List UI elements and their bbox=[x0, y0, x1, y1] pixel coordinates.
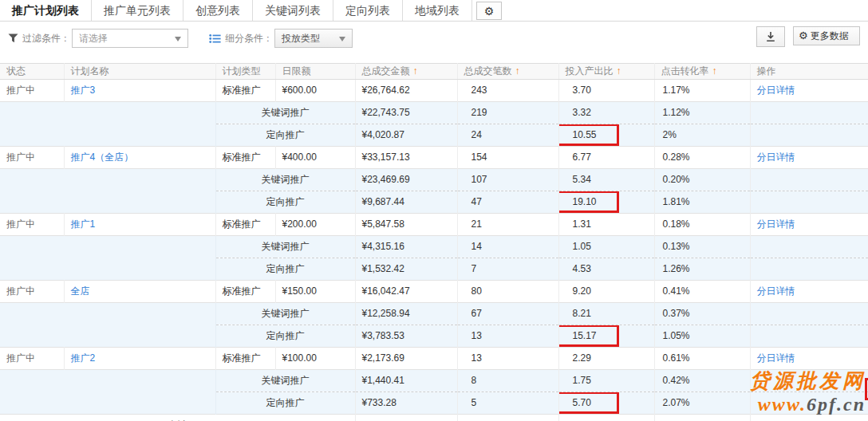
sub-row-spacer bbox=[0, 169, 215, 214]
tab-creative-list[interactable]: 创意列表 bbox=[183, 0, 253, 21]
sub-type-cell: 定向推广 bbox=[215, 258, 355, 281]
column-header-label: 点击转化率 bbox=[661, 65, 709, 77]
cvr-cell: 0.47% bbox=[654, 415, 750, 421]
segment-select-value: 投放类型 bbox=[282, 32, 320, 45]
cvr-cell: 0.41% bbox=[654, 281, 750, 303]
column-header-label: 投入产出比 bbox=[566, 65, 614, 77]
orders-cell: 13 bbox=[457, 348, 558, 370]
chevron-down-icon bbox=[339, 37, 345, 45]
plan-type-cell: 标准推广 bbox=[215, 348, 275, 370]
filter-select[interactable]: 请选择 bbox=[72, 29, 188, 48]
cvr-cell: 0.20% bbox=[654, 169, 750, 191]
cvr-cell: 0.28% bbox=[654, 147, 750, 169]
roi-cell-highlighted: 19.10 bbox=[558, 191, 654, 214]
roi-cell: 5.34 bbox=[558, 169, 654, 191]
amount-cell: ¥4,315.16 bbox=[355, 236, 457, 258]
sub-type-cell: 关键词推广 bbox=[215, 303, 355, 325]
campaign-row: 推广中推广2标准推广¥100.00¥2,173.69132.290.61%分日详… bbox=[0, 348, 868, 370]
action-cell: 分日详情 bbox=[750, 214, 868, 236]
orders-cell: 67 bbox=[457, 303, 558, 325]
campaign-row: 推广中推广1标准推广¥200.00¥5,847.58211.310.18%分日详… bbox=[0, 214, 868, 236]
list-icon bbox=[209, 33, 221, 44]
tab-region-list[interactable]: 地域列表 bbox=[403, 0, 472, 21]
plan-type-cell: 标准推广 bbox=[215, 147, 275, 169]
cvr-cell: 1.26% bbox=[654, 258, 750, 281]
action-cell: 分日详情 bbox=[750, 281, 868, 303]
download-button[interactable] bbox=[756, 26, 785, 47]
filter-select-value: 请选择 bbox=[79, 32, 108, 45]
action-cell bbox=[750, 325, 868, 348]
column-header-label: 总成交笔数 bbox=[464, 65, 512, 77]
amount-cell: ¥22,743.75 bbox=[355, 102, 457, 124]
column-header-label: 操作 bbox=[757, 65, 776, 77]
gear-icon: ⚙ bbox=[799, 30, 808, 41]
daily-detail-link[interactable]: 分日详情 bbox=[757, 85, 795, 96]
daily-detail-link[interactable]: 分日详情 bbox=[757, 218, 795, 230]
segment-label: 细分条件： bbox=[225, 32, 273, 45]
sub-row: 关键词推广¥1,440.4181.750.42% bbox=[0, 370, 868, 392]
settings-gear-button[interactable]: ⚙ bbox=[476, 2, 502, 20]
column-header[interactable]: 总成交笔数↑ bbox=[457, 64, 558, 80]
tab-unit-list[interactable]: 推广单元列表 bbox=[92, 0, 183, 21]
roi-cell: 1.31 bbox=[558, 214, 654, 236]
daily-detail-link[interactable]: 分日详情 bbox=[757, 151, 795, 163]
amount-cell: ¥16,042.47 bbox=[355, 281, 457, 303]
sort-ascending-icon[interactable]: ↑ bbox=[413, 65, 418, 77]
segment-select[interactable]: 投放类型 bbox=[274, 29, 353, 48]
cvr-cell: 0.61% bbox=[654, 348, 750, 370]
campaign-link[interactable]: 推广1 bbox=[71, 218, 96, 230]
campaign-table: 状态计划名称计划类型日限额总成交金额↑总成交笔数↑投入产出比↑点击转化率↑操作 … bbox=[0, 63, 868, 421]
campaign-link[interactable]: 推广4（全店） bbox=[71, 151, 134, 163]
total-label-cell: （合计） bbox=[0, 415, 355, 421]
campaign-link[interactable]: 全店 bbox=[71, 285, 90, 297]
tab-plan-list[interactable]: 推广计划列表 bbox=[0, 0, 92, 21]
orders-cell: 154 bbox=[457, 147, 558, 169]
tab-bar: 推广计划列表推广单元列表创意列表关键词列表定向列表地域列表 ⚙ bbox=[0, 0, 868, 22]
campaign-name-cell: 全店 bbox=[64, 281, 215, 303]
column-header-label: 日限额 bbox=[282, 65, 311, 77]
column-header[interactable]: 点击转化率↑ bbox=[654, 64, 750, 80]
sort-ascending-icon[interactable]: ↑ bbox=[712, 65, 717, 77]
campaign-link[interactable]: 推广2 bbox=[71, 352, 96, 364]
roi-cell-highlighted: 10.55 bbox=[558, 124, 654, 147]
column-header-label: 计划类型 bbox=[223, 65, 261, 77]
tab-targeting-list[interactable]: 定向列表 bbox=[333, 0, 403, 21]
column-header-label: 总成交金额 bbox=[362, 65, 410, 77]
cvr-cell: 2.07% bbox=[654, 392, 750, 415]
status-cell: 推广中 bbox=[0, 80, 64, 102]
amount-cell: ¥12,258.94 bbox=[355, 303, 457, 325]
download-icon bbox=[765, 31, 776, 42]
more-data-button[interactable]: ⚙更多数据 bbox=[793, 26, 860, 45]
column-header[interactable]: 总成交金额↑ bbox=[355, 64, 457, 80]
daily-detail-link[interactable]: 分日详情 bbox=[757, 285, 795, 297]
status-cell: 推广中 bbox=[0, 348, 64, 370]
sub-type-cell: 定向推广 bbox=[215, 392, 355, 415]
action-cell: 分日详情 bbox=[750, 147, 868, 169]
campaign-link[interactable]: 推广3 bbox=[71, 85, 96, 96]
orders-cell: 243 bbox=[457, 80, 558, 102]
daily-detail-link[interactable]: 分日详情 bbox=[757, 352, 795, 364]
tab-keyword-list[interactable]: 关键词列表 bbox=[253, 0, 333, 21]
cvr-cell: 1.17% bbox=[654, 80, 750, 102]
roi-cell: 4.53 bbox=[558, 258, 654, 281]
plan-type-cell: 标准推广 bbox=[215, 80, 275, 102]
daily-limit-cell: ¥600.00 bbox=[275, 80, 355, 102]
campaign-name-cell: 推广2 bbox=[64, 348, 215, 370]
daily-limit-cell: ¥200.00 bbox=[275, 214, 355, 236]
action-cell bbox=[750, 191, 868, 214]
status-cell: 推广中 bbox=[0, 147, 64, 169]
column-header[interactable]: 投入产出比↑ bbox=[558, 64, 654, 80]
amount-cell: ¥2,173.69 bbox=[355, 348, 457, 370]
filter-bar: 过滤条件： 请选择 细分条件： 投放类型 ⚙更多数据 bbox=[0, 22, 868, 63]
amount-cell: ¥5,847.58 bbox=[355, 214, 457, 236]
sort-ascending-icon[interactable]: ↑ bbox=[515, 65, 520, 77]
roi-cell: 8.21 bbox=[558, 303, 654, 325]
sort-ascending-icon[interactable]: ↑ bbox=[617, 65, 621, 77]
roi-cell: 1.75 bbox=[558, 370, 654, 392]
sub-row: 关键词推广¥22,743.752193.321.12% bbox=[0, 102, 868, 124]
sub-row: 关键词推广¥12,258.94678.210.37% bbox=[0, 303, 868, 325]
cvr-cell: 0.42% bbox=[654, 370, 750, 392]
table-header-row: 状态计划名称计划类型日限额总成交金额↑总成交笔数↑投入产出比↑点击转化率↑操作 bbox=[0, 64, 868, 80]
daily-limit-cell: ¥400.00 bbox=[275, 147, 355, 169]
action-cell bbox=[750, 169, 868, 191]
